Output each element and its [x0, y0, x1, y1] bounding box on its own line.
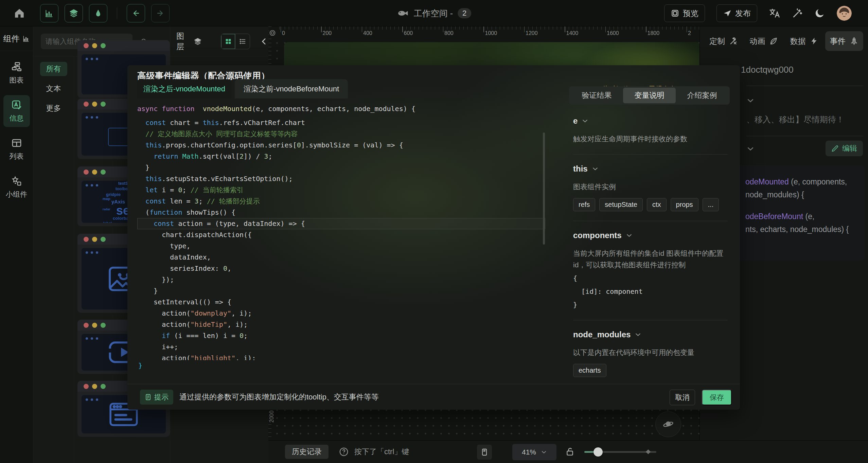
- wordcloud-word: map: [103, 197, 110, 201]
- code-line[interactable]: this.props.chartConfig.option.series[0].…: [137, 140, 545, 151]
- category-column: 所有文本更多: [33, 56, 74, 463]
- variable-tag[interactable]: setupState: [599, 198, 643, 211]
- sidebar-item-2[interactable]: 信息: [3, 95, 30, 127]
- list-view-button[interactable]: [235, 34, 250, 49]
- sidebar-item-4[interactable]: 小组件: [3, 171, 30, 203]
- sidebar-item-3[interactable]: 列表: [3, 133, 30, 165]
- redo-button[interactable]: [151, 4, 170, 22]
- event-preview-line: node_modules) {: [745, 188, 865, 201]
- key-press-hint: 按下了「ctrl」键: [354, 447, 409, 457]
- language-icon[interactable]: [769, 7, 780, 19]
- chevron-down-icon: [582, 118, 588, 124]
- slider-handle[interactable]: [594, 447, 603, 457]
- variable-tags: echarts: [573, 364, 728, 377]
- lock-icon[interactable]: [566, 447, 574, 457]
- drop-tool-button[interactable]: [89, 4, 107, 22]
- zoom-level-select[interactable]: 41%: [512, 444, 556, 460]
- code-line[interactable]: const action = (type, dataIndex) => {: [137, 218, 545, 229]
- minimap-button[interactable]: [477, 445, 492, 460]
- chevron-down-icon[interactable]: [746, 145, 755, 153]
- home-icon[interactable]: [14, 7, 25, 19]
- sidebar-item-label: 信息: [10, 113, 24, 123]
- tab-vnode-mounted[interactable]: 渲染之后-vnodeMounted: [137, 79, 231, 99]
- sidebar-header: 组件: [0, 26, 33, 51]
- code-line[interactable]: });: [137, 274, 545, 285]
- save-button[interactable]: 保存: [702, 390, 732, 405]
- sidebar-title: 组件: [3, 33, 20, 44]
- vars-tab-2[interactable]: 变量说明: [623, 88, 676, 103]
- traffic-dot: [101, 237, 106, 242]
- code-line[interactable]: const len = 3; // 轮播部分提示: [137, 196, 545, 207]
- code-line[interactable]: type,: [137, 241, 545, 252]
- variable-section-name[interactable]: node_modules: [573, 330, 728, 339]
- variable-tag[interactable]: props: [671, 198, 698, 211]
- code-line[interactable]: action("downplay", i);: [137, 308, 545, 319]
- settings-tab-3[interactable]: 数据: [785, 31, 823, 51]
- vars-tab-3[interactable]: 介绍案例: [676, 88, 728, 103]
- code-line[interactable]: action("highlight", i);: [137, 353, 545, 360]
- settings-tab-2[interactable]: 动画: [745, 31, 783, 51]
- layers-title: 图层: [176, 31, 190, 52]
- layers-tool-button[interactable]: [65, 4, 83, 22]
- variable-section-name[interactable]: components: [573, 231, 728, 240]
- variable-tag[interactable]: refs: [573, 198, 595, 211]
- edit-event-button[interactable]: 编辑: [826, 141, 863, 156]
- variables-panel: 验证结果变量说明介绍案例 e触发对应生命周期事件时接收的参数this图表组件实例…: [569, 86, 857, 105]
- code-line[interactable]: // 定义地图原点大小 同理可自定义标签等等内容: [137, 128, 545, 140]
- grid-view-button[interactable]: [221, 34, 235, 49]
- code-line[interactable]: seriesIndex: 0,: [137, 263, 545, 274]
- sidebar-item-1[interactable]: 图表: [3, 57, 30, 89]
- category-3[interactable]: 更多: [40, 101, 67, 115]
- publish-button[interactable]: 发布: [716, 4, 757, 22]
- wordcloud-word: gridpie: [106, 192, 121, 197]
- magic-wand-icon[interactable]: [792, 8, 803, 19]
- variable-tag[interactable]: ...: [703, 198, 719, 211]
- collapse-panel-icon[interactable]: [260, 37, 268, 46]
- category-2[interactable]: 文本: [40, 82, 67, 96]
- code-line[interactable]: const chart = this.refs.vChartRef.chart: [137, 117, 545, 128]
- advanced-event-editor-modal: 高级事件编辑器（配合源码使用） 渲染之后-vnodeMounted 渲染之前-v…: [127, 65, 740, 410]
- user-avatar[interactable]: [837, 6, 852, 21]
- category-1[interactable]: 所有: [40, 62, 67, 76]
- settings-tab-label: 数据: [790, 36, 806, 47]
- help-icon[interactable]: [339, 447, 349, 457]
- settings-tab-4[interactable]: 事件: [825, 31, 863, 51]
- variable-section-desc: 以下是内置在代码环境中可用的包变量: [573, 347, 728, 358]
- code-editor[interactable]: async function vnodeMounted(e, component…: [137, 99, 545, 360]
- variable-section-name[interactable]: e: [573, 116, 728, 126]
- code-line[interactable]: setInterval(() => {: [137, 297, 545, 308]
- planet-button[interactable]: [655, 411, 681, 437]
- code-line[interactable]: if (i === len) i = 0;: [137, 330, 545, 341]
- bottom-toolbar: 历史记录 按下了「ctrl」键 41%: [268, 440, 868, 463]
- code-line[interactable]: chart.dispatchAction({: [137, 229, 545, 241]
- vars-tab-1[interactable]: 验证结果: [570, 88, 623, 103]
- zoom-slider[interactable]: [584, 451, 656, 453]
- code-line[interactable]: action("hideTip", i);: [137, 319, 545, 330]
- variable-tag[interactable]: ctx: [647, 198, 667, 211]
- undo-button[interactable]: [127, 4, 145, 22]
- mini-window-dots: [86, 58, 98, 60]
- code-line[interactable]: (function showTips() {: [137, 207, 545, 218]
- code-line[interactable]: i++;: [137, 341, 545, 353]
- code-line[interactable]: }: [137, 162, 545, 173]
- variable-tag[interactable]: echarts: [573, 364, 606, 377]
- preview-button[interactable]: 预览: [664, 4, 705, 22]
- cancel-button[interactable]: 取消: [670, 390, 695, 405]
- traffic-dot: [101, 170, 106, 175]
- code-line[interactable]: }: [137, 285, 545, 297]
- dark-mode-moon-icon[interactable]: [814, 8, 825, 19]
- history-button[interactable]: 历史记录: [285, 445, 329, 459]
- settings-tab-1[interactable]: 定制: [705, 31, 743, 51]
- code-line[interactable]: let i = 0; // 当前轮播索引: [137, 184, 545, 196]
- tab-vnode-before-mount[interactable]: 渲染之前-vnodeBeforeMount: [235, 79, 348, 99]
- ruler-label: 1600: [607, 30, 619, 36]
- code-line[interactable]: return Math.sqrt(val[2]) / 3;: [137, 151, 545, 162]
- chart-tool-button[interactable]: [40, 4, 58, 22]
- code-line[interactable]: this.setupState.vEchartsSetOption();: [137, 173, 545, 184]
- code-line[interactable]: dataIndex,: [137, 252, 545, 263]
- variable-section-name[interactable]: this: [573, 164, 728, 174]
- variable-section-desc: 当前大屏内所有组件的集合id 图表组件中的配置id，可以获取其他图表组件进行控制: [573, 248, 728, 271]
- editor-scrollbar[interactable]: [543, 132, 545, 245]
- ruler-origin-icon[interactable]: [269, 28, 277, 37]
- code-line[interactable]: async function vnodeMounted(e, component…: [137, 103, 545, 114]
